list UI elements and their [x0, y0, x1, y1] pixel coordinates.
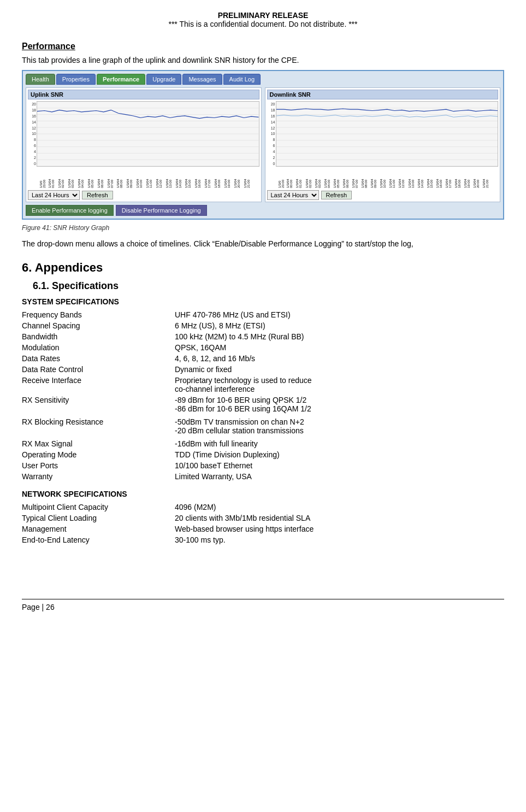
tab-properties[interactable]: Properties	[56, 74, 96, 85]
downlink-panel: Downlink SNR 20 18 16 14 12 10 8 6 4 2	[265, 87, 501, 202]
tab-upgrade[interactable]: Upgrade	[146, 74, 181, 85]
performance-title: Performance	[22, 42, 504, 51]
spec-row-management: Management Web-based browser using https…	[22, 525, 504, 533]
figure-caption: Figure 41: SNR History Graph	[22, 224, 504, 232]
downlink-x-labels: 12/022:00 1/3/023:00 1/3/0400:00 1/3/040…	[276, 167, 499, 188]
uplink-graph-area	[37, 101, 259, 167]
spec-row-rx-blocking: RX Blocking Resistance -50dBm TV transmi…	[22, 417, 504, 435]
enable-performance-logging-button[interactable]: Enable Performance logging	[26, 205, 114, 216]
spec-row-warranty: Warranty Limited Warranty, USA	[22, 472, 504, 481]
spec-value: 100 kHz (M2M) to 4.5 MHz (Rural BB)	[175, 332, 504, 341]
spec-label: User Ports	[22, 461, 175, 470]
ui-box: Health Properties Performance Upgrade Me…	[22, 70, 504, 220]
spec-value: 4, 6, 8, 12, and 16 Mb/s	[175, 354, 504, 363]
spec-label: RX Sensitivity	[22, 396, 175, 413]
header-line1: PRELIMINARY RELEASE	[22, 11, 504, 20]
spec-value: TDD (Time Division Duplexing)	[175, 450, 504, 459]
spec-label: RX Blocking Resistance	[22, 417, 175, 435]
spec-value: Proprietary technology is used to reduce…	[175, 376, 504, 393]
uplink-title: Uplink SNR	[28, 90, 259, 99]
spec-label: Modulation	[22, 343, 175, 352]
tab-performance[interactable]: Performance	[97, 74, 145, 85]
spec-label: Frequency Bands	[22, 310, 175, 319]
tab-messages[interactable]: Messages	[182, 74, 222, 85]
appendices-heading: 6. Appendices	[22, 261, 504, 275]
spec-value: -89 dBm for 10-6 BER using QPSK 1/2-86 d…	[175, 396, 504, 413]
downlink-time-dropdown[interactable]: Last 24 Hours	[267, 190, 319, 200]
system-specs-title: SYSTEM SPECIFICATIONS	[22, 297, 504, 306]
spec-row-frequency: Frequency Bands UHF 470-786 MHz (US and …	[22, 310, 504, 319]
specifications-section: 6.1. Specifications SYSTEM SPECIFICATION…	[22, 280, 504, 544]
page-number: Page | 26	[22, 603, 55, 611]
performance-section: Performance This tab provides a line gra…	[22, 42, 504, 250]
spec-value: 6 MHz (US), 8 MHz (ETSI)	[175, 321, 504, 330]
drop-down-description: The drop-down menu allows a choice of ti…	[22, 238, 504, 250]
spec-value: Dynamic or fixed	[175, 365, 504, 374]
uplink-x-labels: 12/022:00 1/3/023:00 1/3/0401:00 1/3/040…	[37, 167, 259, 188]
spec-value: 30-100 ms typ.	[175, 536, 504, 544]
spec-value: 4096 (M2M)	[175, 503, 504, 511]
spec-label: Warranty	[22, 472, 175, 481]
spec-value: -16dBm with full linearity	[175, 439, 504, 448]
spec-label: RX Max Signal	[22, 439, 175, 448]
spec-row-channel: Channel Spacing 6 MHz (US), 8 MHz (ETSI)	[22, 321, 504, 330]
spec-row-latency: End-to-End Latency 30-100 ms typ.	[22, 536, 504, 544]
downlink-controls: Last 24 Hours Refresh	[267, 190, 499, 200]
system-specs: SYSTEM SPECIFICATIONS Frequency Bands UH…	[22, 297, 504, 481]
downlink-refresh-button[interactable]: Refresh	[321, 191, 352, 199]
network-specs-title: NETWORK SPECIFICATIONS	[22, 490, 504, 498]
performance-description: This tab provides a line graph of the up…	[22, 56, 504, 64]
uplink-chart-svg	[37, 102, 259, 166]
spec-row-bandwidth: Bandwidth 100 kHz (M2M) to 4.5 MHz (Rura…	[22, 332, 504, 341]
spec-label: Data Rates	[22, 354, 175, 363]
spec-value: -50dBm TV transmission on chan N+2-20 dB…	[175, 417, 504, 435]
spec-label: Channel Spacing	[22, 321, 175, 330]
downlink-chart-svg	[276, 102, 498, 166]
uplink-graph-container: 20 18 16 14 12 10 8 6 4 2 0	[28, 101, 259, 167]
spec-value: QPSK, 16QAM	[175, 343, 504, 352]
downlink-y-labels: 20 18 16 14 12 10 8 6 4 2 0	[267, 101, 276, 167]
tab-bar: Health Properties Performance Upgrade Me…	[26, 74, 500, 85]
downlink-graph-container: 20 18 16 14 12 10 8 6 4 2 0	[267, 101, 499, 167]
action-buttons: Enable Performance logging Disable Perfo…	[26, 205, 500, 216]
page-header: PRELIMINARY RELEASE *** This is a confid…	[22, 11, 504, 28]
spec-row-modulation: Modulation QPSK, 16QAM	[22, 343, 504, 352]
spec-label: Bandwidth	[22, 332, 175, 341]
spec-row-datarates: Data Rates 4, 6, 8, 12, and 16 Mb/s	[22, 354, 504, 363]
spec-label: Data Rate Control	[22, 365, 175, 374]
uplink-time-dropdown[interactable]: Last 24 Hours	[28, 190, 80, 200]
spec-label: Typical Client Loading	[22, 514, 175, 522]
spec-row-multipoint: Multipoint Client Capacity 4096 (M2M)	[22, 503, 504, 511]
specifications-heading: 6.1. Specifications	[33, 280, 504, 292]
uplink-y-labels: 20 18 16 14 12 10 8 6 4 2 0	[28, 101, 37, 167]
spec-label: Multipoint Client Capacity	[22, 503, 175, 511]
spec-row-typical-loading: Typical Client Loading 20 clients with 3…	[22, 514, 504, 522]
network-specs: NETWORK SPECIFICATIONS Multipoint Client…	[22, 490, 504, 544]
spec-row-operating: Operating Mode TDD (Time Division Duplex…	[22, 450, 504, 459]
tab-health[interactable]: Health	[26, 74, 55, 85]
spec-value: Web-based browser using https interface	[175, 525, 504, 533]
spec-label: Receive Interface	[22, 376, 175, 393]
spec-value: 20 clients with 3Mb/1Mb residential SLA	[175, 514, 504, 522]
spec-label: Operating Mode	[22, 450, 175, 459]
disable-performance-logging-button[interactable]: Disable Performance Logging	[116, 205, 207, 216]
spec-row-receive: Receive Interface Proprietary technology…	[22, 376, 504, 393]
uplink-panel: Uplink SNR 20 18 16 14 12 10 8 6 4 2 0	[26, 87, 262, 202]
spec-row-user-ports: User Ports 10/100 baseT Ethernet	[22, 461, 504, 470]
graphs-row: Uplink SNR 20 18 16 14 12 10 8 6 4 2 0	[26, 87, 500, 202]
uplink-controls: Last 24 Hours Refresh	[28, 190, 259, 200]
spec-label: End-to-End Latency	[22, 536, 175, 544]
spec-value: UHF 470-786 MHz (US and ETSI)	[175, 310, 504, 319]
spec-value: Limited Warranty, USA	[175, 472, 504, 481]
spec-row-rx-max: RX Max Signal -16dBm with full linearity	[22, 439, 504, 448]
uplink-refresh-button[interactable]: Refresh	[82, 191, 113, 199]
downlink-graph-area	[276, 101, 499, 167]
downlink-title: Downlink SNR	[267, 90, 499, 99]
spec-row-datarate-control: Data Rate Control Dynamic or fixed	[22, 365, 504, 374]
tab-auditlog[interactable]: Audit Log	[223, 74, 261, 85]
spec-row-rx-sensitivity: RX Sensitivity -89 dBm for 10-6 BER usin…	[22, 396, 504, 413]
page-footer: Page | 26	[22, 599, 504, 611]
header-line2: *** This is a confidential document. Do …	[22, 20, 504, 28]
appendices-section: 6. Appendices 6.1. Specifications SYSTEM…	[22, 261, 504, 544]
spec-value: 10/100 baseT Ethernet	[175, 461, 504, 470]
